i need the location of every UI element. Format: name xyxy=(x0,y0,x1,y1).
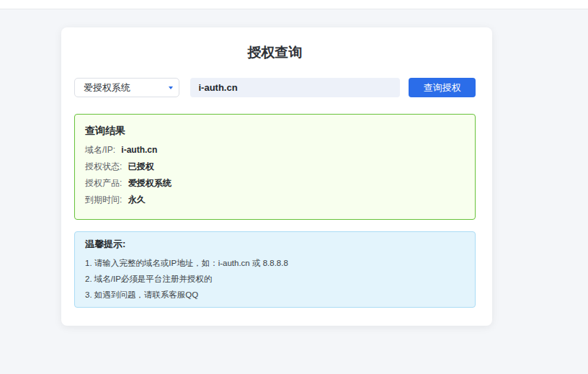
result-value: 永久 xyxy=(128,195,146,205)
result-value: i-auth.cn xyxy=(121,145,157,155)
result-label: 授权状态: xyxy=(85,161,125,172)
result-row-product: 授权产品: 爱授权系统 xyxy=(85,175,465,192)
result-title: 查询结果 xyxy=(85,125,465,138)
tips-panel: 温馨提示: 1. 请输入完整的域名或IP地址，如：i-auth.cn 或 8.8… xyxy=(74,231,476,308)
top-navbar xyxy=(0,0,588,9)
result-row-domain: 域名/IP: i-auth.cn xyxy=(85,142,465,159)
result-label: 授权产品: xyxy=(85,178,125,188)
result-value: 已授权 xyxy=(128,161,154,172)
result-value: 爱授权系统 xyxy=(128,178,172,188)
tip-line-2: 2. 域名/IP必须是平台注册并授权的 xyxy=(85,271,465,287)
result-row-status: 授权状态: 已授权 xyxy=(85,159,465,175)
query-form: 爱授权系统 查询授权 xyxy=(74,78,476,97)
tip-line-3: 3. 如遇到问题，请联系客服QQ xyxy=(85,287,465,303)
chevron-down-icon xyxy=(169,86,173,89)
result-label: 域名/IP: xyxy=(85,145,117,155)
result-row-expiry: 到期时间: 永久 xyxy=(85,192,465,208)
query-auth-button[interactable]: 查询授权 xyxy=(409,78,476,97)
tips-title: 温馨提示: xyxy=(85,238,465,251)
product-select-value: 爱授权系统 xyxy=(84,81,130,94)
auth-query-card: 授权查询 爱授权系统 查询授权 查询结果 域名/IP: i-auth.cn 授权… xyxy=(61,27,492,326)
tip-line-1: 1. 请输入完整的域名或IP地址，如：i-auth.cn 或 8.8.8.8 xyxy=(85,255,465,271)
query-result-panel: 查询结果 域名/IP: i-auth.cn 授权状态: 已授权 授权产品: 爱授… xyxy=(74,114,476,220)
result-label: 到期时间: xyxy=(85,195,125,205)
page-title: 授权查询 xyxy=(74,45,476,61)
domain-input[interactable] xyxy=(190,78,400,97)
product-select[interactable]: 爱授权系统 xyxy=(74,78,179,97)
